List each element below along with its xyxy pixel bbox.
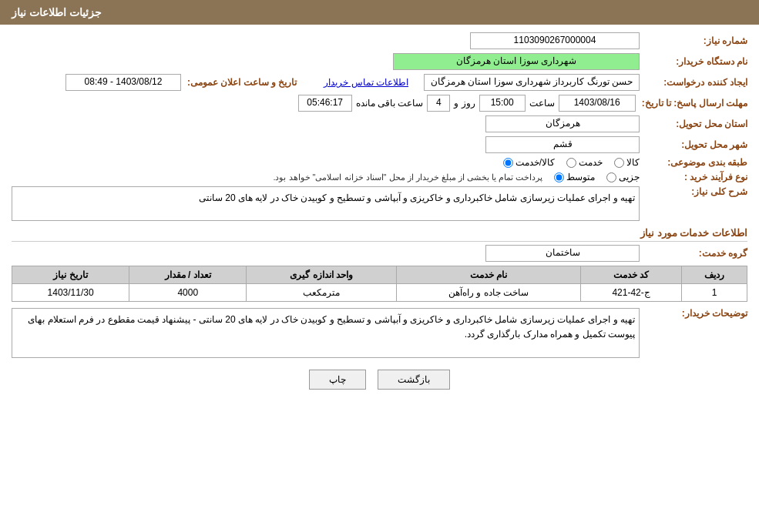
announce-value: 1403/08/12 - 08:49 [65,74,181,91]
city-row: شهر محل تحویل: قشم [12,136,747,153]
cell-code: ج-42-421 [581,284,682,302]
col-header-qty: تعداد / مقدار [129,266,247,284]
services-title: اطلاعات خدمات مورد نیاز [12,227,747,242]
buyer-notes-row: توضیحات خریدار: تهیه و اجرای عملیات زیرس… [12,308,747,358]
col-header-row: ردیف [682,266,747,284]
deadline-days-label: روز و [454,98,475,109]
creator-announce-row: ایجاد کننده درخواست: حسن تورنگ کاربرداز … [12,74,747,91]
page-container: جزئیات اطلاعات نیاز شماره نیاز: 11030902… [0,0,759,532]
announce-label: تاریخ و ساعت اعلان عمومی: [181,77,297,88]
services-table: ردیف کد خدمت نام خدمت واحد اندازه گیری ت… [12,266,747,302]
org-name-row: نام دستگاه خریدار: شهرداری سوزا استان هر… [12,53,747,70]
buyer-notes-label: توضیحات خریدار: [640,308,747,319]
category-row: طبقه بندی موضوعی: کالا خدمت کالا/خدمت [12,157,747,168]
col-header-code: کد خدمت [581,266,682,284]
deadline-date: 1403/08/16 [559,95,636,112]
process-row: نوع فرآیند خرید : جزیی متوسط پرداخت تمام… [12,172,747,182]
city-label: شهر محل تحویل: [640,139,747,150]
page-header: جزئیات اطلاعات نیاز [0,0,759,25]
description-value: تهیه و اجرای عملیات زیرسازی شامل خاکبردا… [12,186,640,221]
process-options: جزیی متوسط [554,172,640,182]
deadline-remaining-label: ساعت باقی مانده [356,98,424,109]
province-row: استان محل تحویل: هرمزگان [12,115,747,132]
deadline-days: 4 [427,95,450,112]
creator-label: ایجاد کننده درخواست: [640,77,747,88]
main-content: شماره نیاز: 1103090267000004 نام دستگاه … [0,25,759,397]
cell-row: 1 [682,284,747,302]
process-label: نوع فرآیند خرید : [640,172,747,182]
category-options: کالا خدمت کالا/خدمت [503,157,640,168]
deadline-row: مهلت ارسال پاسخ: تا تاریخ: 1403/08/16 سا… [12,95,747,112]
deadline-remaining: 05:46:17 [298,95,352,112]
category-kala[interactable]: کالا [614,157,640,168]
category-kala-khedmat[interactable]: کالا/خدمت [503,157,555,168]
back-button[interactable]: بازگشت [378,370,450,390]
city-value: قشم [485,136,640,153]
cell-qty: 4000 [129,284,247,302]
need-number-label: شماره نیاز: [640,35,747,46]
category-khedmat[interactable]: خدمت [566,157,603,168]
col-header-name: نام خدمت [397,266,581,284]
org-name-label: نام دستگاه خریدار: [640,56,747,67]
deadline-time-label: ساعت [529,98,555,109]
province-value: هرمزگان [485,115,640,132]
col-header-unit: واحد اندازه گیری [247,266,397,284]
category-label: طبقه بندی موضوعی: [640,157,747,168]
print-button[interactable]: چاپ [309,370,366,390]
process-note: پرداخت تمام یا بخشی از مبلغ خریدار از مح… [273,172,542,182]
description-row: شرح کلی نیاز: تهیه و اجرای عملیات زیرساز… [12,186,747,221]
buyer-notes-value: تهیه و اجرای عملیات زیرسازی شامل خاکبردا… [12,308,640,358]
service-group-label: گروه خدمت: [640,248,747,259]
page-title: جزئیات اطلاعات نیاز [12,6,102,18]
org-name-value: شهرداری سوزا استان هرمزگان [393,53,640,70]
col-header-date: تاریخ نیاز [12,266,129,284]
cell-name: ساخت جاده و راه‌آهن [397,284,581,302]
service-group-value: ساختمان [485,245,640,262]
cell-date: 1403/11/30 [12,284,129,302]
table-header-row: ردیف کد خدمت نام خدمت واحد اندازه گیری ت… [12,266,747,284]
creator-value: حسن تورنگ کاربرداز شهرداری سوزا استان هر… [424,74,640,91]
need-number-row: شماره نیاز: 1103090267000004 [12,32,747,49]
table-row: 1 ج-42-421 ساخت جاده و راه‌آهن مترمکعب 4… [12,284,747,302]
deadline-label: مهلت ارسال پاسخ: تا تاریخ: [636,98,747,109]
process-mutavasset[interactable]: متوسط [554,172,595,182]
description-label: شرح کلی نیاز: [640,186,747,197]
process-jozi[interactable]: جزیی [606,172,640,182]
creator-link[interactable]: اطلاعات تماس خریدار [324,77,408,88]
deadline-time: 15:00 [479,95,526,112]
button-row: بازگشت چاپ [12,370,747,390]
need-number-value: 1103090267000004 [470,32,640,49]
service-group-row: گروه خدمت: ساختمان [12,245,747,262]
province-label: استان محل تحویل: [640,119,747,129]
cell-unit: مترمکعب [247,284,397,302]
